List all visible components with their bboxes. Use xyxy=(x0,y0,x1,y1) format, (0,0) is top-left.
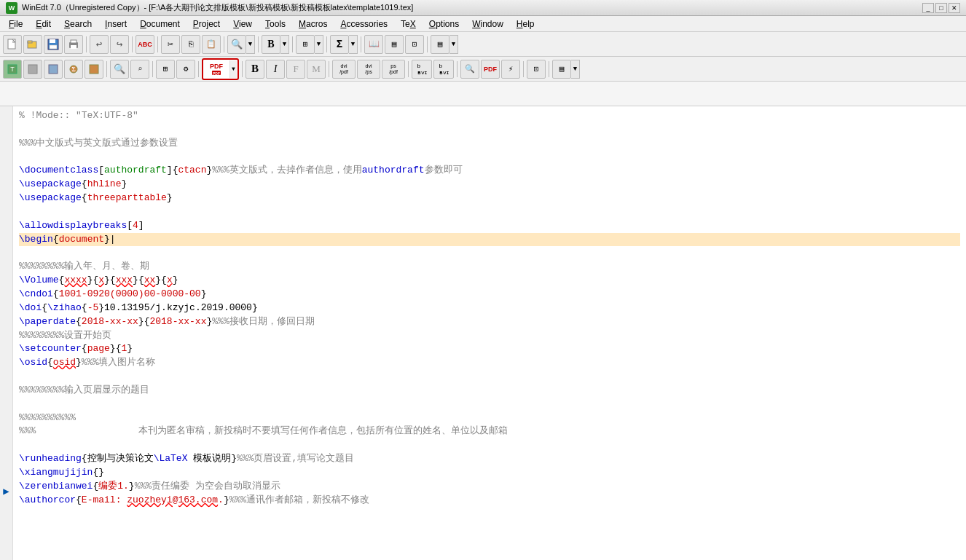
tb2-btn5[interactable] xyxy=(85,60,103,79)
separator-t2-5 xyxy=(329,61,329,77)
find-dropdown-arrow[interactable]: ▼ xyxy=(246,35,255,54)
tb2-search-button[interactable]: ⌕ xyxy=(130,60,149,79)
code-line-9: \allowdisplaybreaks[4] xyxy=(19,219,960,233)
code-line-16: \paperdate{2018-xx-xx}{2018-xx-xx}%%%接收日… xyxy=(19,315,960,329)
new-file-button[interactable] xyxy=(3,35,22,54)
bold-button[interactable]: B xyxy=(262,35,280,54)
code-line-blank-1 xyxy=(19,123,960,137)
tb2-settings-button[interactable]: ⚙ xyxy=(176,60,195,79)
minimize-button[interactable]: _ xyxy=(922,3,934,13)
extra-t2-btn2[interactable]: ⊡ xyxy=(527,60,546,79)
book-button[interactable]: 📖 xyxy=(364,35,383,54)
menu-search[interactable]: Search xyxy=(58,17,98,31)
code-line-3: %%%中文版式与英文版式通过参数设置 xyxy=(19,137,960,151)
sigma-button[interactable]: Σ xyxy=(330,35,349,54)
dvi-ps-button[interactable]: dvi/ps xyxy=(357,60,380,79)
open-file-button[interactable] xyxy=(23,35,42,54)
menu-insert[interactable]: Insert xyxy=(99,17,133,31)
menu-help[interactable]: Help xyxy=(511,17,541,31)
separator-5 xyxy=(258,36,259,52)
extra-t2-btn1[interactable]: ⚡ xyxy=(501,60,520,79)
separator-t2-9 xyxy=(549,61,549,77)
menu-tex[interactable]: TeX xyxy=(395,17,422,31)
menu-document[interactable]: Document xyxy=(134,17,186,31)
code-line-24: %%% 本刊为匿名审稿，新投稿时不要填写任何作者信息，包括所有位置的姓名、单位以… xyxy=(19,425,960,438)
bold-text-button[interactable]: B xyxy=(246,60,264,79)
redo-button[interactable]: ↪ xyxy=(110,35,129,54)
menu-edit[interactable]: Edit xyxy=(30,17,57,31)
pdf-button[interactable]: PDF PDF xyxy=(204,60,229,78)
sigma-dropdown-arrow[interactable]: ▼ xyxy=(349,35,358,54)
menu-accessories[interactable]: Accessories xyxy=(334,17,393,31)
menu-options[interactable]: Options xyxy=(423,17,465,31)
toolbar-2: T Σ 🔍 ⌕ ⊞ ⚙ PDF PDF ▼ B I F M dvi/pdf dv… xyxy=(0,57,966,82)
f-button[interactable]: F xyxy=(286,60,305,79)
tb2-btn2[interactable] xyxy=(23,60,42,79)
toolbar-1: ↩ ↪ ABC ✂ ⎘ 📋 🔍 ▼ B ▼ ⊞ ▼ Σ ▼ 📖 ▤ ⊡ ▤ ▼ xyxy=(0,32,966,57)
tb2-btn3[interactable] xyxy=(44,60,63,79)
m-button[interactable]: M xyxy=(307,60,326,79)
code-line-blank-6 xyxy=(19,398,960,411)
more-button[interactable]: ▤ xyxy=(431,35,449,54)
tb2-find-button[interactable]: 🔍 xyxy=(110,60,129,79)
maximize-button[interactable]: □ xyxy=(935,3,947,13)
extra-button2[interactable]: ⊡ xyxy=(405,35,424,54)
extra-t2-btn3[interactable]: ▤ xyxy=(552,60,571,79)
svg-rect-2 xyxy=(28,41,32,43)
code-line-blank-4 xyxy=(19,246,960,260)
undo-button[interactable]: ↩ xyxy=(90,35,109,54)
preview-button[interactable]: 🔍 xyxy=(460,60,479,79)
pdf-dropdown-arrow[interactable]: ▼ xyxy=(229,60,237,78)
bold-dropdown-arrow[interactable]: ▼ xyxy=(280,35,289,54)
bvi1-button[interactable]: bʙᴠɪ xyxy=(412,60,432,79)
acrobat-button[interactable]: PDF xyxy=(481,60,500,79)
code-line-blank-2 xyxy=(19,151,960,165)
close-button[interactable]: ✕ xyxy=(949,3,960,13)
table-button[interactable]: ⊞ xyxy=(296,35,315,54)
cut-button[interactable]: ✂ xyxy=(161,35,180,54)
code-line-13: \Volume{xxxx}{x}{xxx}{xx}{x} xyxy=(19,274,960,288)
menu-macros[interactable]: Macros xyxy=(293,17,333,31)
code-line-17: %%%%%%%%设置开始页 xyxy=(19,329,960,343)
menu-window[interactable]: Window xyxy=(466,17,509,31)
table-dropdown-arrow[interactable]: ▼ xyxy=(315,35,323,54)
more-dropdown-arrow[interactable]: ▼ xyxy=(449,35,458,54)
code-line-6: \usepackage{hhline} xyxy=(19,178,960,192)
separator-8 xyxy=(361,36,361,52)
extra-button1[interactable]: ▤ xyxy=(385,35,404,54)
svg-rect-12 xyxy=(49,65,58,74)
svg-rect-5 xyxy=(50,45,57,49)
code-line-12: %%%%%%%%输入年、月、卷、期 xyxy=(19,260,960,274)
tb2-btn1[interactable]: T xyxy=(3,60,22,79)
tb2-window-button[interactable]: ⊞ xyxy=(156,60,175,79)
spell-button[interactable]: ABC xyxy=(136,35,154,54)
pdf-button-group: PDF PDF ▼ xyxy=(202,58,239,80)
svg-rect-11 xyxy=(28,65,37,74)
code-line-27: \xiangmujijin{} xyxy=(19,466,960,480)
dvi-pdf-button[interactable]: dvi/pdf xyxy=(332,60,356,79)
separator-t2-2 xyxy=(152,61,153,77)
more-combo: ▤ ▼ xyxy=(431,35,458,54)
tb2-btn4[interactable]: Σ xyxy=(64,60,83,79)
code-line-29: \authorcor{E-mail: zuozheyi@163.com.}%%%… xyxy=(19,494,960,508)
menu-file[interactable]: File xyxy=(3,17,28,31)
italic-text-button[interactable]: I xyxy=(266,60,285,79)
svg-text:PDF: PDF xyxy=(213,71,220,75)
menu-project[interactable]: Project xyxy=(187,17,226,31)
menu-view[interactable]: View xyxy=(227,17,258,31)
print-button[interactable] xyxy=(64,35,83,54)
toolbar-3 xyxy=(0,82,966,106)
extra-t2-dropdown[interactable]: ▼ xyxy=(571,60,580,79)
separator-4 xyxy=(224,36,224,52)
code-line-1: % !Mode:: "TeX:UTF-8" xyxy=(19,109,960,123)
code-editor[interactable]: % !Mode:: "TeX:UTF-8" %%%中文版式与英文版式通过参数设置… xyxy=(13,106,966,560)
bvi2-button[interactable]: bʙᴠɪ xyxy=(433,60,454,79)
menu-tools[interactable]: Tools xyxy=(259,17,291,31)
ps-pdf-button[interactable]: ps/pdf xyxy=(382,60,405,79)
app-icon: W xyxy=(6,2,17,14)
save-button[interactable] xyxy=(44,35,63,54)
paste-button[interactable]: 📋 xyxy=(202,35,221,54)
find-button[interactable]: 🔍 xyxy=(227,35,246,54)
svg-rect-8 xyxy=(71,45,76,49)
copy-button[interactable]: ⎘ xyxy=(181,35,200,54)
